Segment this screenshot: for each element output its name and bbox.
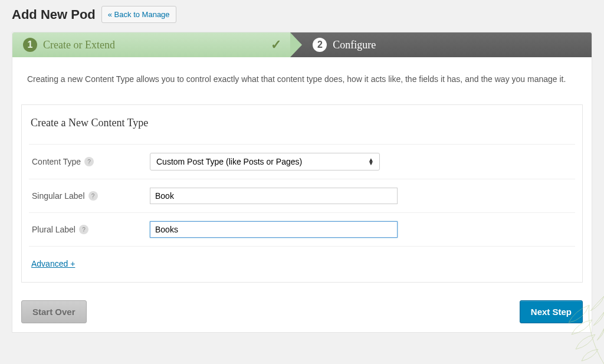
tab-number-1: 1 [23, 38, 37, 52]
help-icon[interactable]: ? [79, 225, 88, 234]
page-title: Add New Pod [12, 7, 96, 22]
footer-buttons: Start Over Next Step [12, 291, 592, 332]
tab-create-or-extend[interactable]: 1 Create or Extend ✓ [12, 32, 290, 57]
tab-number-2: 2 [313, 38, 327, 52]
content-type-row: Content Type ? Custom Post Type (like Po… [29, 144, 575, 179]
help-icon[interactable]: ? [84, 157, 94, 166]
content-type-label: Content Type ? [32, 157, 150, 166]
tab-configure[interactable]: 2 Configure [290, 32, 592, 57]
singular-label-input[interactable] [150, 188, 398, 204]
wizard-container: 1 Create or Extend ✓ 2 Configure Creatin… [12, 32, 592, 333]
plural-label-row: Plural Label ? [29, 212, 575, 246]
advanced-row: Advanced + [29, 246, 575, 282]
plural-label-input[interactable] [150, 221, 398, 238]
tab-label-1: Create or Extend [43, 39, 115, 51]
help-icon[interactable]: ? [88, 191, 98, 201]
create-content-type-panel: Create a New Content Type Content Type ?… [21, 104, 583, 283]
start-over-button[interactable]: Start Over [21, 300, 87, 323]
plural-label-label: Plural Label ? [32, 225, 150, 234]
advanced-toggle-link[interactable]: Advanced + [31, 259, 75, 268]
tab-label-2: Configure [333, 39, 376, 51]
singular-label-row: Singular Label ? [29, 179, 575, 212]
wizard-tabs: 1 Create or Extend ✓ 2 Configure [12, 32, 592, 57]
back-to-manage-button[interactable]: « Back to Manage [101, 6, 176, 23]
check-icon: ✓ [271, 37, 281, 53]
content-type-select[interactable]: Custom Post Type (like Posts or Pages) [150, 153, 380, 170]
panel-title: Create a New Content Type [29, 117, 575, 144]
next-step-button[interactable]: Next Step [520, 300, 583, 323]
intro-text: Creating a new Content Type allows you t… [12, 57, 592, 104]
singular-label-label: Singular Label ? [32, 191, 150, 201]
